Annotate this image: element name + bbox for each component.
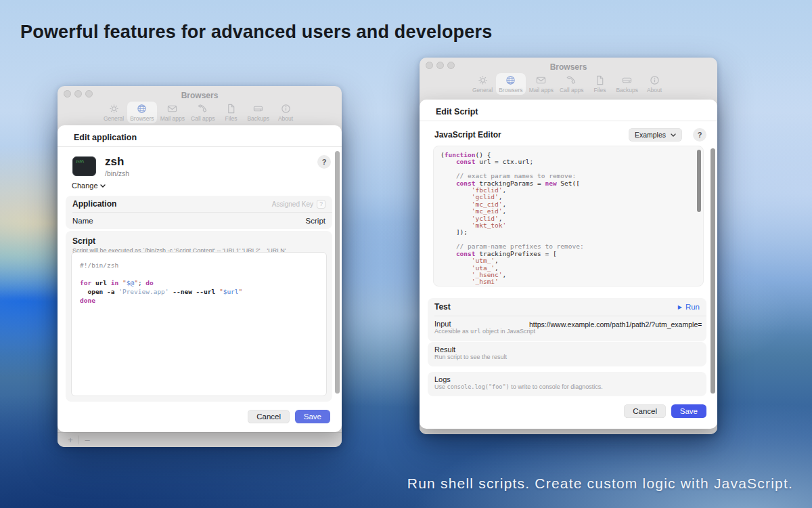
toolbar-item-general[interactable]: General	[470, 73, 495, 95]
cancel-button[interactable]: Cancel	[624, 404, 666, 418]
code-scrollbar[interactable]	[697, 150, 701, 212]
info-icon	[650, 75, 660, 85]
toolbar-item-label: Files	[225, 115, 237, 122]
divider	[58, 146, 342, 147]
app-name: zsh	[105, 155, 124, 169]
chevron-down-icon	[100, 184, 106, 188]
phone-icon	[198, 104, 208, 114]
name-value[interactable]: Script	[306, 217, 325, 225]
logs-label: Logs	[434, 375, 700, 383]
shell-script-editor[interactable]: #!/bin/zsh for url in "$@"; do open -a '…	[71, 252, 327, 396]
toolbar-item-backups[interactable]: Backups	[613, 73, 641, 95]
settings-toolbar: GeneralBrowsersMail appsCall appsFilesBa…	[58, 102, 342, 126]
help-button[interactable]: ?	[317, 155, 331, 169]
edit-script-sheet: Edit Script JavaScript Editor Examples ?…	[420, 100, 717, 429]
help-button[interactable]: ?	[693, 128, 706, 142]
toolbar-item-about[interactable]: About	[641, 73, 667, 95]
toolbar-item-label: Call apps	[191, 115, 215, 122]
name-label: Name	[72, 217, 93, 225]
toolbar-item-label: Backups	[247, 115, 269, 122]
drive-icon	[622, 75, 632, 85]
change-app-button[interactable]: Change	[72, 182, 106, 190]
input-hint: Accesible as url object in JavaScript	[434, 328, 700, 335]
file-icon	[595, 75, 605, 85]
sheet-scrollbar[interactable]	[335, 151, 340, 394]
settings-toolbar: GeneralBrowsersMail appsCall appsFilesBa…	[420, 73, 717, 98]
info-icon	[281, 104, 291, 114]
toolbar-item-mail-apps[interactable]: Mail apps	[158, 102, 187, 123]
result-label: Result	[434, 345, 700, 354]
toolbar-item-label: General	[104, 115, 124, 122]
sheet-title: Edit application	[74, 133, 137, 142]
toolbar-item-mail-apps[interactable]: Mail apps	[526, 73, 556, 95]
script-group-header: Script	[72, 236, 327, 246]
toolbar-item-label: General	[472, 87, 493, 93]
terminal-app-icon: zsh%	[72, 156, 96, 176]
logs-group: Logs Use console.log("foo") to write to …	[428, 372, 706, 396]
javascript-editor-label: JavaScript Editor	[434, 130, 501, 140]
toolbar-item-call-apps[interactable]: Call apps	[188, 102, 217, 123]
application-group-header: Application	[72, 199, 116, 209]
remove-button[interactable]: –	[80, 435, 95, 445]
left-window: Browsers GeneralBrowsersMail appsCall ap…	[58, 86, 342, 447]
examples-dropdown[interactable]: Examples	[629, 128, 682, 142]
logs-hint: Use console.log("foo") to write to conso…	[434, 383, 700, 390]
toolbar-item-label: Mail apps	[160, 115, 185, 122]
sheet-scrollbar[interactable]	[710, 148, 715, 394]
toolbar-item-general[interactable]: General	[101, 102, 127, 123]
toolbar-item-files[interactable]: Files	[587, 73, 612, 95]
assigned-key-label: Assigned Key ?	[272, 200, 325, 209]
page-title: Powerful features for advanced users and…	[20, 22, 492, 43]
toolbar-item-about[interactable]: About	[273, 102, 298, 123]
script-group: Script Script will be executed as `/bin/…	[66, 231, 332, 402]
mail-icon	[536, 75, 546, 85]
result-hint: Run script to see the result	[434, 354, 700, 360]
toolbar-item-label: Browsers	[499, 87, 522, 93]
globe-icon	[505, 75, 516, 85]
phone-icon	[566, 75, 577, 85]
test-header: Test	[434, 302, 451, 312]
edit-application-sheet: Edit application zsh% zsh /bin/zsh Chang…	[58, 125, 342, 432]
toolbar-item-browsers[interactable]: Browsers	[496, 73, 525, 95]
input-url-field[interactable]: https://www.example.com/path1/path2/?utm…	[529, 320, 702, 329]
save-button[interactable]: Save	[295, 410, 330, 423]
file-icon	[226, 104, 236, 114]
assigned-key-help-button[interactable]: ?	[317, 200, 325, 209]
window-title: Browsers	[58, 91, 342, 100]
left-titlebar: Browsers	[58, 86, 342, 101]
left-bottom-bar: + –	[58, 432, 342, 447]
javascript-code-editor[interactable]: (function() { const url = ctx.url; // ex…	[433, 146, 704, 287]
application-group: Application Assigned Key ? Name Script	[66, 196, 332, 229]
right-window: Browsers GeneralBrowsersMail appsCall ap…	[420, 58, 717, 434]
bottom-bar-divider	[78, 436, 79, 444]
toolbar-item-label: About	[278, 115, 293, 122]
mail-icon	[167, 104, 177, 114]
window-title: Browsers	[420, 62, 717, 72]
toolbar-item-label: Call apps	[560, 87, 583, 93]
drive-icon	[253, 104, 263, 114]
globe-icon	[137, 104, 147, 114]
sheet-title: Edit Script	[436, 107, 478, 117]
app-path: /bin/zsh	[105, 169, 129, 177]
toolbar-item-files[interactable]: Files	[218, 102, 244, 123]
divider	[420, 121, 717, 121]
toolbar-item-label: Browsers	[130, 115, 154, 122]
toolbar-item-label: Backups	[616, 87, 638, 93]
save-button[interactable]: Save	[671, 404, 706, 418]
toolbar-item-backups[interactable]: Backups	[244, 102, 272, 123]
chevron-down-icon	[671, 133, 676, 137]
toolbar-item-label: Files	[593, 87, 606, 93]
toolbar-item-label: About	[647, 87, 662, 93]
gear-icon	[478, 75, 488, 85]
cancel-button[interactable]: Cancel	[248, 410, 290, 423]
right-titlebar: Browsers	[420, 58, 717, 72]
desktop: Powerful features for advanced users and…	[0, 0, 812, 508]
add-button[interactable]: +	[63, 435, 78, 445]
toolbar-item-browsers[interactable]: Browsers	[127, 102, 156, 123]
test-group: Test ▶ Run Input Accesible as url object…	[428, 298, 706, 341]
run-button[interactable]: ▶ Run	[678, 303, 700, 311]
toolbar-item-call-apps[interactable]: Call apps	[557, 73, 586, 95]
toolbar-item-label: Mail apps	[529, 87, 554, 93]
play-icon: ▶	[678, 304, 682, 310]
gear-icon	[109, 104, 119, 114]
